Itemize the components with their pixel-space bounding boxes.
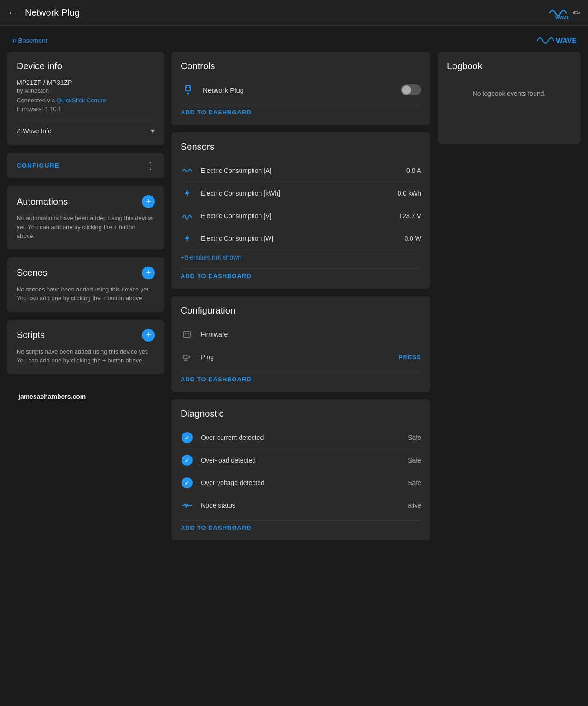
- diag-check-icon-2: ✓: [181, 476, 194, 489]
- config-row-firmware: Firmware: [181, 323, 421, 346]
- add-script-button[interactable]: +: [142, 329, 155, 342]
- controls-card: Controls Network Plug ADD TO DASHBOARD: [171, 52, 430, 125]
- logbook-card: Logbook No logbook events found.: [438, 52, 581, 144]
- svg-rect-9: [183, 332, 191, 337]
- svg-rect-10: [185, 333, 186, 334]
- automations-header: Automations +: [17, 195, 155, 208]
- sensor-label-0: Electric Consumption [A]: [201, 167, 386, 174]
- add-automation-button[interactable]: +: [142, 195, 155, 208]
- ping-press-button[interactable]: PRESS: [399, 354, 421, 361]
- logbook-empty-text: No logbook events found.: [447, 90, 571, 97]
- device-model: MP21ZP / MP31ZP: [17, 79, 155, 86]
- configuration-add-dashboard-button[interactable]: ADD TO DASHBOARD: [181, 372, 421, 383]
- sensor-value-3: 0.0 W: [394, 235, 421, 242]
- configure-button[interactable]: CONFIGURE: [17, 162, 59, 169]
- scripts-title: Scripts: [17, 330, 45, 340]
- main-content: Device info MP21ZP / MP31ZP by Minoston …: [0, 52, 588, 555]
- topbar: ← Network Plug WAVE ✏: [0, 0, 588, 26]
- chevron-down-icon: ▾: [151, 126, 155, 136]
- sensors-card: Sensors Electric Consumption [A] 0.0 A E…: [171, 132, 430, 289]
- network-plug-icon: [181, 83, 195, 97]
- sensor-row-1: Electric Consumption [kWh] 0.0 kWh: [181, 182, 421, 205]
- firmware-version: Firmware: 1.10.1: [17, 106, 155, 113]
- sensor-bolt-icon-1: [181, 187, 194, 200]
- automations-card: Automations + No automations have been a…: [7, 186, 164, 250]
- scripts-header: Scripts +: [17, 329, 155, 342]
- zwave-brand-icon: WAVE: [535, 33, 577, 48]
- diag-label-3: Node status: [201, 502, 400, 509]
- diag-row-2: ✓ Over-voltage detected Safe: [181, 472, 421, 494]
- diag-value-3: alive: [408, 502, 421, 509]
- config-firmware-label: Firmware: [201, 331, 421, 338]
- add-scene-button[interactable]: +: [142, 267, 155, 279]
- back-button[interactable]: ←: [7, 7, 18, 19]
- sensor-row-0: Electric Consumption [A] 0.0 A: [181, 160, 421, 182]
- diagnostic-title: Diagnostic: [181, 409, 421, 419]
- scripts-card: Scripts + No scripts have been added usi…: [7, 320, 164, 374]
- sensor-value-1: 0.0 kWh: [394, 190, 421, 197]
- scenes-card: Scenes + No scenes have been added using…: [7, 257, 164, 312]
- sensor-row-3: Electric Consumption [W] 0.0 W: [181, 227, 421, 250]
- scripts-empty-text: No scripts have been added using this de…: [17, 347, 155, 365]
- firmware-icon: [181, 328, 194, 341]
- ping-icon: [181, 350, 194, 363]
- control-row-network-plug: Network Plug: [181, 79, 421, 101]
- sensor-row-2: Electric Consumption [V] 123.7 V: [181, 205, 421, 227]
- sensor-value-2: 123.7 V: [394, 212, 421, 220]
- diag-check-icon-0: ✓: [181, 431, 194, 444]
- sensor-wave-icon-0: [181, 164, 194, 177]
- diagnostic-add-dashboard-button[interactable]: ADD TO DASHBOARD: [181, 520, 421, 531]
- sensors-title: Sensors: [181, 142, 421, 152]
- configuration-card: Configuration Firmware: [171, 296, 430, 392]
- breadcrumb-location[interactable]: In Basement: [11, 37, 47, 44]
- automations-title: Automations: [17, 196, 68, 207]
- svg-text:WAVE: WAVE: [556, 37, 577, 45]
- right-column: Logbook No logbook events found.: [438, 52, 581, 548]
- footer-text: jamesachambers.com: [18, 393, 86, 400]
- svg-rect-18: [183, 355, 188, 359]
- diag-value-1: Safe: [408, 457, 421, 464]
- diag-row-3: Node status alive: [181, 494, 421, 516]
- scenes-title: Scenes: [17, 267, 47, 278]
- device-info-title: Device info: [17, 61, 155, 71]
- diag-value-2: Safe: [408, 479, 421, 486]
- edit-button[interactable]: ✏: [573, 7, 581, 18]
- sensor-value-0: 0.0 A: [394, 167, 421, 174]
- diag-label-2: Over-voltage detected: [201, 479, 400, 486]
- network-plug-toggle[interactable]: [401, 84, 421, 95]
- diag-row-1: ✓ Over-load detected Safe: [181, 449, 421, 472]
- breadcrumb-bar: In Basement WAVE: [0, 26, 588, 52]
- left-column: Device info MP21ZP / MP31ZP by Minoston …: [7, 52, 164, 548]
- page-title: Network Plug: [25, 7, 80, 18]
- quickstick-link[interactable]: QuickStick Combo: [57, 97, 106, 104]
- zwave-logo-icon: WAVE: [546, 5, 569, 21]
- diag-heartbeat-icon: [181, 499, 194, 512]
- scenes-header: Scenes +: [17, 267, 155, 279]
- zwave-logo: WAVE: [535, 33, 577, 48]
- more-options-icon[interactable]: ⋮: [146, 160, 155, 171]
- middle-column: Controls Network Plug ADD TO DASHBOARD: [171, 52, 430, 548]
- config-row-ping: Ping PRESS: [181, 346, 421, 368]
- sensors-add-dashboard-button[interactable]: ADD TO DASHBOARD: [181, 268, 421, 279]
- diag-label-1: Over-load detected: [201, 457, 400, 464]
- sensor-sine-icon-2: [181, 209, 194, 222]
- device-info-card: Device info MP21ZP / MP31ZP by Minoston …: [7, 52, 164, 145]
- svg-marker-8: [185, 234, 189, 243]
- sensor-bolt-icon-3: [181, 232, 194, 245]
- sensor-label-1: Electric Consumption [kWh]: [201, 190, 386, 197]
- sensor-label-2: Electric Consumption [V]: [201, 212, 386, 220]
- config-ping-label: Ping: [201, 353, 391, 361]
- logbook-title: Logbook: [447, 61, 571, 71]
- zwave-info-row[interactable]: Z-Wave Info ▾: [17, 120, 155, 136]
- diag-value-0: Safe: [408, 434, 421, 441]
- diag-check-icon-1: ✓: [181, 454, 194, 467]
- entities-not-shown[interactable]: +6 entities not shown: [181, 250, 421, 265]
- connected-via-prefix: Connected via: [17, 97, 57, 104]
- diag-row-0: ✓ Over-current detected Safe: [181, 427, 421, 449]
- svg-marker-7: [185, 189, 189, 197]
- automations-empty-text: No automations have been added using thi…: [17, 214, 155, 241]
- sensor-label-3: Electric Consumption [W]: [201, 235, 386, 242]
- footer: jamesachambers.com: [7, 382, 164, 411]
- controls-add-dashboard-button[interactable]: ADD TO DASHBOARD: [181, 105, 421, 116]
- device-connection: Connected via QuickStick Combo: [17, 97, 155, 104]
